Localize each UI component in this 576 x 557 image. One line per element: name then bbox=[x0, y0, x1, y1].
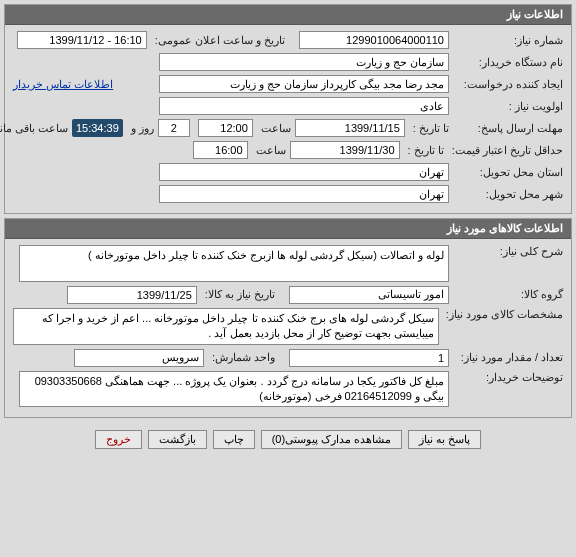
unit-field[interactable] bbox=[74, 349, 204, 367]
validity-time-field[interactable] bbox=[193, 141, 248, 159]
validity-date-field[interactable] bbox=[290, 141, 400, 159]
deadline-time-field[interactable] bbox=[198, 119, 253, 137]
hour-label-1: ساعت bbox=[257, 122, 291, 135]
attachments-button[interactable]: مشاهده مدارک پیوستی(0) bbox=[261, 430, 403, 449]
unit-label: واحد شمارش: bbox=[208, 351, 275, 364]
need-info-header: اطلاعات نیاز bbox=[5, 5, 571, 25]
province-field[interactable] bbox=[159, 163, 449, 181]
deadline-label: مهلت ارسال پاسخ: bbox=[453, 122, 563, 135]
group-label: گروه کالا: bbox=[453, 288, 563, 301]
validity-label: حداقل تاریخ اعتبار قیمت: bbox=[448, 144, 563, 157]
priority-field[interactable] bbox=[159, 97, 449, 115]
creator-label: ایجاد کننده درخواست: bbox=[453, 78, 563, 91]
req-date-label: تاریخ نیاز به کالا: bbox=[201, 288, 275, 301]
goods-info-header: اطلاعات کالاهای مورد نیاز bbox=[5, 219, 571, 239]
days-field[interactable] bbox=[158, 119, 190, 137]
province-label: استان محل تحویل: bbox=[453, 166, 563, 179]
deadline-date-field[interactable] bbox=[295, 119, 405, 137]
item-desc-field[interactable] bbox=[13, 308, 439, 345]
creator-field[interactable] bbox=[159, 75, 449, 93]
countdown-timer: 15:34:39 bbox=[72, 119, 123, 137]
need-no-label: شماره نیاز: bbox=[453, 34, 563, 47]
org-label: نام دستگاه خریدار: bbox=[453, 56, 563, 69]
announce-label: تاریخ و ساعت اعلان عمومی: bbox=[151, 34, 285, 47]
qty-label: تعداد / مقدار مورد نیاز: bbox=[453, 351, 563, 364]
item-desc-label: مشخصات کالای مورد نیاز: bbox=[443, 308, 563, 321]
hour-label-2: ساعت bbox=[252, 144, 286, 157]
group-field[interactable] bbox=[289, 286, 449, 304]
city-label: شهر محل تحویل: bbox=[453, 188, 563, 201]
button-row: پاسخ به نیاز مشاهده مدارک پیوستی(0) چاپ … bbox=[0, 422, 576, 453]
announce-field[interactable] bbox=[17, 31, 147, 49]
need-no-field[interactable] bbox=[299, 31, 449, 49]
main-desc-field[interactable] bbox=[19, 245, 449, 282]
priority-label: اولویت نیاز : bbox=[453, 100, 563, 113]
print-button[interactable]: چاپ bbox=[213, 430, 255, 449]
qty-field[interactable] bbox=[289, 349, 449, 367]
buyer-notes-field[interactable] bbox=[19, 371, 449, 408]
exit-button[interactable]: خروج bbox=[95, 430, 142, 449]
validity-sub: تا تاریخ : bbox=[404, 144, 444, 157]
main-desc-label: شرح کلی نیاز: bbox=[453, 245, 563, 258]
deadline-sub: تا تاریخ : bbox=[409, 122, 449, 135]
reply-button[interactable]: پاسخ به نیاز bbox=[408, 430, 481, 449]
city-field[interactable] bbox=[159, 185, 449, 203]
countdown-after: ساعت باقی مانده bbox=[0, 122, 68, 135]
need-info-panel: اطلاعات نیاز شماره نیاز: تاریخ و ساعت اع… bbox=[4, 4, 572, 214]
buyer-contact-link[interactable]: اطلاعات تماس خریدار bbox=[13, 78, 113, 91]
buyer-notes-label: توضیحات خریدار: bbox=[453, 371, 563, 384]
days-label: روز و bbox=[127, 122, 154, 135]
org-field[interactable] bbox=[159, 53, 449, 71]
back-button[interactable]: بازگشت bbox=[148, 430, 207, 449]
req-date-field[interactable] bbox=[67, 286, 197, 304]
goods-info-panel: اطلاعات کالاهای مورد نیاز شرح کلی نیاز: … bbox=[4, 218, 572, 418]
